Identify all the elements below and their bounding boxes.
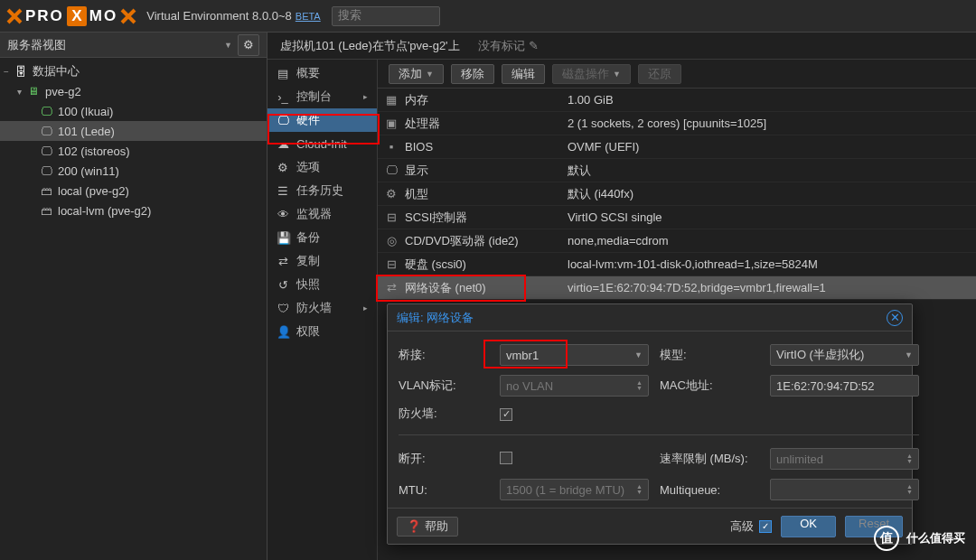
mac-input[interactable]: 1E:62:70:94:7D:52 — [770, 375, 919, 397]
history-icon: ↺ — [277, 278, 289, 292]
hw-row-disk[interactable]: ⊟硬盘 (scsi0)local-lvm:vm-101-disk-0,iothr… — [378, 253, 976, 276]
spinner-icon[interactable]: ▲▼ — [636, 484, 643, 495]
note-icon: ▤ — [277, 67, 289, 80]
dialog-body: 桥接: vmbr1▼ 模型: VirtIO (半虚拟化)▼ VLAN标记: no… — [388, 331, 912, 508]
advanced-toggle[interactable]: 高级 ✓ — [730, 518, 772, 535]
model-label: 模型: — [660, 347, 759, 363]
submenu-taskhistory[interactable]: ☰任务历史 — [267, 179, 377, 202]
disk-action-button[interactable]: 磁盘操作▼ — [552, 64, 631, 84]
mtu-input[interactable]: 1500 (1 = bridge MTU)▲▼ — [500, 479, 649, 500]
proxmox-logo: PRO X MO — [5, 6, 137, 26]
submenu-summary[interactable]: ▤概要 — [267, 61, 377, 85]
disconnect-checkbox[interactable] — [500, 452, 512, 464]
hw-row-cpu[interactable]: ▣处理器2 (1 sockets, 2 cores) [cpuunits=102… — [378, 112, 976, 135]
pencil-icon: ✎ — [529, 39, 539, 52]
add-button[interactable]: 添加▼ — [389, 64, 444, 84]
submenu-console[interactable]: ›_控制台▸ — [267, 85, 377, 108]
logo-x: X — [67, 6, 87, 26]
tree-label: 200 (win11) — [58, 164, 119, 178]
firewall-label: 防火墙: — [399, 406, 489, 422]
spinner-icon[interactable]: ▲▼ — [906, 453, 913, 464]
submenu-hardware[interactable]: 🖵硬件 — [267, 108, 377, 132]
beta-badge[interactable]: BETA — [296, 11, 321, 22]
bridge-label: 桥接: — [399, 347, 489, 363]
breadcrumb: 虚拟机101 (Lede)在节点'pve-g2'上 没有标记 ✎ — [267, 33, 976, 60]
firewall-checkbox[interactable]: ✓ — [500, 408, 512, 421]
search-input[interactable]: 搜索 — [332, 6, 440, 26]
remove-button[interactable]: 移除 — [451, 64, 494, 84]
multiqueue-label: Multiqueue: — [660, 483, 759, 497]
desktop-icon: 🖵 — [378, 163, 405, 177]
disconnect-label: 断开: — [399, 451, 489, 467]
settings-button[interactable]: ⚙ — [238, 34, 259, 56]
submenu-snapshot[interactable]: ↺快照 — [267, 273, 377, 296]
collapse-icon[interactable]: − — [0, 67, 13, 77]
dialog-header[interactable]: 编辑: 网络设备 ✕ — [388, 304, 912, 331]
multiqueue-input[interactable]: ▲▼ — [770, 479, 919, 500]
monitor-icon: 🖵 — [38, 105, 54, 118]
cloud-icon: ☁ — [277, 137, 289, 151]
vlan-input[interactable]: no VLAN▲▼ — [500, 375, 649, 397]
tags-indicator[interactable]: 没有标记 ✎ — [478, 38, 539, 54]
spinner-icon[interactable]: ▲▼ — [906, 484, 913, 495]
watermark-icon: 值 — [874, 526, 899, 551]
chevron-down-icon: ▼ — [224, 41, 232, 50]
close-icon: ✕ — [890, 311, 900, 324]
tree-vm-200[interactable]: 🖵 200 (win11) — [0, 161, 267, 181]
monitor-icon: 🖵 — [38, 164, 54, 178]
hdd-icon: ⊟ — [378, 257, 405, 271]
chevron-down-icon: ▼ — [634, 350, 643, 359]
cogs-icon: ⚙ — [378, 187, 405, 201]
submenu-firewall[interactable]: 🛡防火墙▸ — [267, 296, 377, 320]
hw-row-bios[interactable]: ▪BIOSOVMF (UEFI) — [378, 135, 976, 159]
list-icon: ☰ — [277, 184, 289, 198]
logo-x-icon — [5, 7, 23, 25]
microchip-icon: ▦ — [378, 93, 405, 107]
shield-icon: 🛡 — [277, 302, 289, 315]
hw-row-display[interactable]: 🖵显示默认 — [378, 159, 976, 182]
tree-label: 100 (Ikuai) — [58, 105, 113, 118]
tree-label: 101 (Lede) — [58, 125, 115, 138]
submenu-monitor[interactable]: 👁监视器 — [267, 202, 377, 226]
hw-row-cdrom[interactable]: ◎CD/DVD驱动器 (ide2)none,media=cdrom — [378, 229, 976, 253]
ok-button[interactable]: OK — [781, 516, 836, 537]
chevron-right-icon: ▸ — [363, 303, 368, 313]
submenu-options[interactable]: ⚙选项 — [267, 155, 377, 179]
edit-network-dialog: 编辑: 网络设备 ✕ 桥接: vmbr1▼ 模型: VirtIO (半虚拟化)▼… — [387, 303, 913, 545]
product-version: Virtual Environment 8.0.0~8 — [146, 9, 292, 23]
tree-vm-102[interactable]: 🖵 102 (istoreos) — [0, 141, 267, 161]
submenu-backup[interactable]: 💾备份 — [267, 226, 377, 249]
spinner-icon[interactable]: ▲▼ — [636, 380, 643, 391]
rate-input[interactable]: unlimited▲▼ — [770, 448, 919, 470]
dialog-footer: ❓帮助 高级 ✓ OK Reset — [388, 508, 912, 544]
hw-row-machine[interactable]: ⚙机型默认 (i440fx) — [378, 182, 976, 206]
submenu-permissions[interactable]: 👤权限 — [267, 320, 377, 343]
desktop-icon: 🖵 — [277, 114, 289, 127]
revert-button[interactable]: 还原 — [638, 64, 681, 84]
model-select[interactable]: VirtIO (半虚拟化)▼ — [770, 344, 919, 366]
tree-storage-local-lvm[interactable]: 🗃 local-lvm (pve-g2) — [0, 201, 267, 220]
tree-datacenter[interactable]: − 🗄 数据中心 — [0, 61, 267, 81]
submenu-replicate[interactable]: ⇄复制 — [267, 249, 377, 273]
help-button[interactable]: ❓帮助 — [397, 517, 458, 537]
hw-row-net0[interactable]: ⇄网络设备 (net0)virtio=1E:62:70:94:7D:52,bri… — [378, 276, 976, 300]
bridge-select[interactable]: vmbr1▼ — [500, 344, 649, 366]
watermark: 值 什么值得买 — [874, 526, 965, 551]
app-header: PRO X MO Virtual Environment 8.0.0~8 BET… — [0, 0, 976, 33]
database-icon: 🗃 — [38, 204, 54, 218]
hw-row-memory[interactable]: ▦内存1.00 GiB — [378, 89, 976, 112]
tree-node[interactable]: ▾ 🖥 pve-g2 — [0, 81, 267, 101]
hw-row-scsi[interactable]: ⊟SCSI控制器VirtIO SCSI single — [378, 206, 976, 229]
close-button[interactable]: ✕ — [887, 310, 903, 326]
submenu-cloudinit[interactable]: ☁Cloud-Init — [267, 132, 377, 155]
tree-vm-101[interactable]: 🖵 101 (Lede) — [0, 121, 267, 141]
notag-label: 没有标记 — [478, 38, 525, 54]
tree-storage-local[interactable]: 🗃 local (pve-g2) — [0, 181, 267, 201]
resource-tree-panel: 服务器视图 ▼ ⚙ − 🗄 数据中心 ▾ 🖥 pve-g2 🖵 100 (Iku… — [0, 33, 267, 560]
view-selector[interactable]: 服务器视图 ▼ — [7, 37, 232, 53]
tree-label: 数据中心 — [33, 63, 80, 79]
tree-vm-100[interactable]: 🖵 100 (Ikuai) — [0, 101, 267, 121]
collapse-icon[interactable]: ▾ — [13, 87, 25, 97]
advanced-checkbox[interactable]: ✓ — [759, 520, 772, 533]
edit-button[interactable]: 编辑 — [502, 64, 545, 84]
